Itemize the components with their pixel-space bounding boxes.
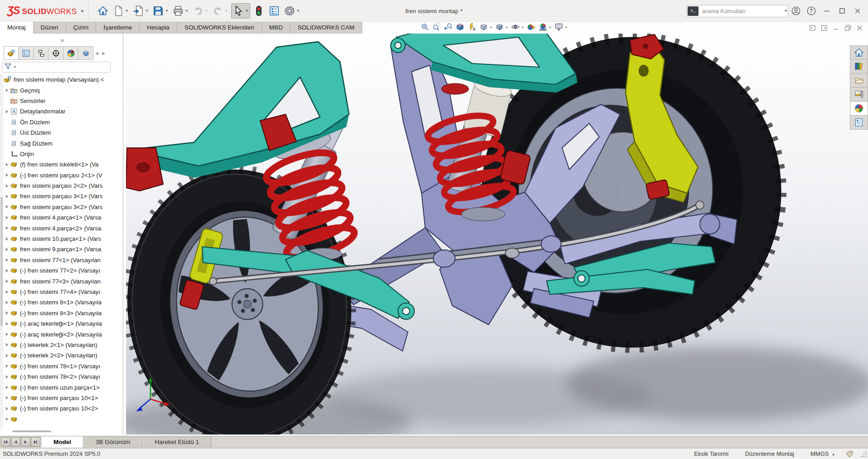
dimxpertmanager-tab[interactable] bbox=[48, 46, 63, 60]
expand-arrow-icon[interactable] bbox=[4, 226, 10, 230]
ribbon-tab--izim[interactable]: Çizim bbox=[66, 22, 97, 34]
gear-button[interactable] bbox=[283, 3, 301, 19]
expand-arrow-icon[interactable] bbox=[4, 269, 10, 273]
dropdown-caret-icon[interactable] bbox=[565, 27, 567, 29]
tree-item[interactable]: fren sistemi montajı (Varsayılan) < bbox=[4, 74, 122, 85]
document-tab-model[interactable]: Model bbox=[41, 436, 83, 448]
search-icon[interactable] bbox=[779, 3, 782, 19]
tree-item[interactable]: (-) fren sistemi parçası 10<1> bbox=[4, 393, 122, 403]
expand-arrow-icon[interactable] bbox=[4, 396, 10, 400]
tree-item[interactable]: (-) fren sistemi 78<2> (Varsayı bbox=[4, 371, 122, 382]
tree-item[interactable]: ADetaylandırmalar bbox=[4, 106, 122, 117]
tree-item[interactable]: (-) fren sistemi uzun parça<1> bbox=[4, 382, 122, 392]
expand-arrow-icon[interactable] bbox=[4, 279, 10, 283]
tree-item[interactable] bbox=[4, 414, 122, 425]
view-settings-button[interactable] bbox=[553, 22, 568, 34]
dynamic-annotation-views-button[interactable]: A bbox=[466, 22, 477, 34]
ribbon-tab-montaj[interactable]: Montaj bbox=[0, 22, 34, 34]
previous-view-button[interactable] bbox=[443, 22, 454, 34]
tree-item[interactable]: Geçmiş bbox=[4, 85, 122, 95]
window-close-button[interactable] bbox=[850, 3, 865, 19]
apply-scene-button[interactable] bbox=[538, 22, 553, 34]
collapse-pane-left-button[interactable] bbox=[809, 24, 816, 32]
user-account-button[interactable] bbox=[788, 3, 804, 19]
display-style-button[interactable] bbox=[494, 22, 509, 34]
print-button[interactable] bbox=[171, 3, 189, 19]
panel-tabs-scroll-left-button[interactable]: ◀ bbox=[93, 46, 100, 60]
expand-arrow-icon[interactable] bbox=[4, 205, 10, 209]
tree-filter[interactable] bbox=[2, 62, 111, 73]
rebuild-button[interactable] bbox=[252, 3, 266, 19]
dropdown-caret-icon[interactable] bbox=[505, 27, 508, 29]
tree-item[interactable]: (-) fren sistemi parçası 10<2> bbox=[4, 403, 122, 414]
search-input[interactable] bbox=[701, 7, 778, 15]
tree-item[interactable]: Üst Düzlem bbox=[4, 127, 122, 138]
next-tab-button[interactable] bbox=[21, 437, 30, 447]
taskpane-appearances-scenes-tab[interactable] bbox=[850, 102, 868, 116]
tree-item[interactable]: (f) fren sistemi iskeleti<1> (Va bbox=[4, 159, 122, 170]
propertymanager-tab[interactable] bbox=[19, 46, 34, 60]
first-tab-button[interactable] bbox=[1, 437, 10, 447]
expand-arrow-icon[interactable] bbox=[4, 173, 10, 177]
resize-grip[interactable] bbox=[860, 450, 867, 458]
ribbon-tab-mbd[interactable]: MBD bbox=[262, 22, 291, 34]
expand-arrow-icon[interactable] bbox=[4, 364, 10, 368]
tree-item[interactable]: fren sistemi parçası 2<2> (Vars bbox=[4, 181, 122, 191]
open-button[interactable] bbox=[131, 3, 150, 19]
filter-dropdown-icon[interactable] bbox=[14, 66, 16, 68]
configurationmanager-tab[interactable] bbox=[34, 46, 48, 60]
document-tab-hareket-et-d-1[interactable]: Hareket Etüdü 1 bbox=[143, 436, 212, 448]
taskpane-custom-properties-tab[interactable] bbox=[850, 116, 868, 130]
ribbon-tab-hesapla[interactable]: Hesapla bbox=[140, 22, 177, 34]
dropdown-caret-icon[interactable] bbox=[185, 10, 188, 12]
dropdown-caret-icon[interactable] bbox=[521, 27, 524, 29]
tree-item[interactable]: (-) fren sistemi 77<2> (Varsayı bbox=[4, 265, 122, 276]
window-minimize-button[interactable] bbox=[819, 3, 834, 19]
tree-item[interactable]: Orijin bbox=[4, 149, 122, 159]
panel-drag-handle[interactable] bbox=[61, 39, 64, 42]
logo-flyout-arrow-icon[interactable]: ▸ bbox=[82, 8, 84, 14]
expand-arrow-icon[interactable] bbox=[4, 110, 10, 113]
tree-item[interactable]: fren sistemi parçası 3<2> (Vars bbox=[4, 202, 122, 212]
tags-icon[interactable] bbox=[845, 450, 853, 458]
home-button[interactable] bbox=[96, 3, 110, 19]
expand-arrow-icon[interactable] bbox=[4, 195, 10, 198]
help-button[interactable]: ? bbox=[804, 3, 819, 19]
tree-item[interactable]: fren sistemi 9.parça<1> (Varsa bbox=[4, 244, 122, 254]
expand-arrow-icon[interactable] bbox=[4, 417, 10, 421]
taskpane-home-tab[interactable] bbox=[850, 45, 868, 59]
collapse-pane-right-button[interactable] bbox=[820, 24, 828, 32]
dropdown-caret-icon[interactable] bbox=[549, 27, 552, 29]
dropdown-caret-icon[interactable] bbox=[205, 10, 208, 12]
dropdown-caret-icon[interactable] bbox=[145, 10, 148, 12]
select-button[interactable] bbox=[231, 3, 250, 19]
expand-arrow-icon[interactable] bbox=[4, 216, 10, 220]
tree-item[interactable]: (-) tekerlek 2<2> (Varsayılan) bbox=[4, 350, 122, 361]
hide-show-items-button[interactable] bbox=[510, 22, 525, 34]
redo-button[interactable] bbox=[211, 3, 229, 19]
dropdown-caret-icon[interactable] bbox=[165, 10, 168, 12]
document-tab-3b-g-r-n-m[interactable]: 3B Görünüm bbox=[83, 436, 143, 448]
tree-item[interactable]: Sağ Düzlem bbox=[4, 138, 122, 148]
tree-item[interactable]: (-) fren sistemi 8<3> (Varsayıla bbox=[4, 308, 122, 318]
expand-arrow-icon[interactable] bbox=[4, 88, 10, 92]
expand-arrow-icon[interactable] bbox=[4, 301, 10, 304]
cam-tree-tab[interactable] bbox=[78, 46, 93, 60]
expand-arrow-icon[interactable] bbox=[4, 248, 10, 251]
new-button[interactable] bbox=[112, 3, 130, 19]
expand-arrow-icon[interactable] bbox=[4, 237, 10, 241]
view-orientation-button[interactable] bbox=[478, 22, 493, 34]
taskpane-file-explorer-tab[interactable] bbox=[850, 73, 868, 88]
expand-arrow-icon[interactable] bbox=[4, 163, 10, 166]
featuremanager-tree-tab[interactable] bbox=[4, 46, 19, 60]
taskpane-view-palette-tab[interactable] bbox=[850, 88, 868, 102]
previous-tab-button[interactable] bbox=[11, 437, 20, 447]
edit-appearance-button[interactable] bbox=[526, 22, 537, 34]
expand-arrow-icon[interactable] bbox=[4, 184, 10, 188]
graphics-viewport[interactable] bbox=[126, 34, 868, 435]
zoom-to-area-button[interactable] bbox=[431, 22, 442, 34]
displaymanager-tab[interactable] bbox=[63, 46, 78, 60]
tree-item[interactable]: fren sistemi 77<1> (Varsayılan bbox=[4, 255, 122, 265]
tree-item[interactable]: (-) tekerlek 2<1> (Varsayılan) bbox=[4, 340, 122, 350]
tree-item[interactable]: fren sistemi 4.parça<2> (Varsa bbox=[4, 223, 122, 233]
